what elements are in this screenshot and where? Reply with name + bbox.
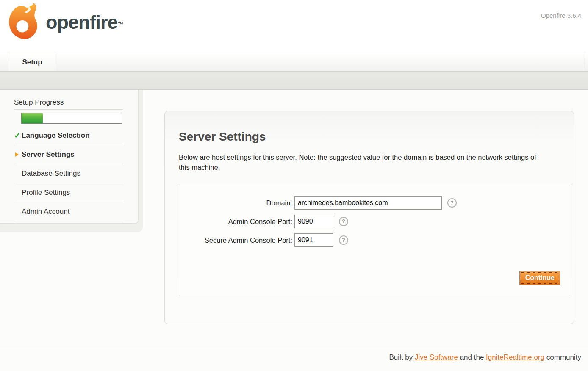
form-row-secure-admin-console-port: Secure Admin Console Port: ? xyxy=(179,233,570,247)
sidebar-title: Setup Progress xyxy=(14,98,123,107)
server-settings-form: Domain: ? Admin Console Port: ? Secure A… xyxy=(179,185,570,295)
content-area: Setup Progress ✓ Language Selection Serv… xyxy=(0,90,588,371)
flame-icon xyxy=(7,2,42,43)
step-label: Language Selection xyxy=(22,131,90,139)
domain-input[interactable] xyxy=(294,196,442,210)
page-title: Server Settings xyxy=(179,130,574,144)
footer-built-by-text: Built by xyxy=(389,353,414,361)
header: openfire™ Openfire 3.6.4 xyxy=(0,0,588,53)
tab-bar-right-separator xyxy=(585,53,585,71)
server-settings-panel: Server Settings Below are host settings … xyxy=(164,111,574,324)
check-icon: ✓ xyxy=(14,130,21,140)
brand-wordmark: openfire xyxy=(46,11,118,33)
igniterealtime-link[interactable]: IgniteRealtime.org xyxy=(486,353,544,361)
sidebar-step-profile-settings: Profile Settings xyxy=(14,183,123,202)
footer-middle-text: and the xyxy=(458,353,486,361)
step-label: Profile Settings xyxy=(22,188,70,197)
secure-port-help-icon[interactable]: ? xyxy=(339,235,348,245)
sidebar-step-admin-account: Admin Account xyxy=(14,202,123,221)
secure-admin-console-port-input[interactable] xyxy=(294,233,333,247)
step-label: Database Settings xyxy=(22,169,80,177)
admin-console-port-input[interactable] xyxy=(294,215,333,228)
page-description: Below are host settings for this server.… xyxy=(179,152,546,172)
continue-button[interactable]: Continue xyxy=(519,271,560,285)
footer-suffix-text: community xyxy=(544,353,581,361)
sub-nav-bar xyxy=(0,72,588,90)
domain-label: Domain: xyxy=(179,199,294,207)
sidebar-step-language-selection: ✓ Language Selection xyxy=(14,126,123,145)
tab-bar: Setup xyxy=(0,53,588,72)
footer: Built by Jive Software and the IgniteRea… xyxy=(0,346,588,371)
jive-software-link[interactable]: Jive Software xyxy=(415,353,458,361)
sidebar-step-database-settings: Database Settings xyxy=(14,164,123,183)
sidebar-divider xyxy=(14,109,123,110)
secure-admin-console-port-label: Secure Admin Console Port: xyxy=(179,236,294,244)
brand-trademark: ™ xyxy=(118,21,124,28)
current-step-arrow-icon xyxy=(15,152,19,157)
admin-console-port-label: Admin Console Port: xyxy=(179,218,294,226)
admin-port-help-icon[interactable]: ? xyxy=(339,217,348,226)
version-label: Openfire 3.6.4 xyxy=(541,12,581,19)
domain-help-icon[interactable]: ? xyxy=(447,198,457,208)
progress-bar-fill xyxy=(22,113,43,123)
sidebar-step-server-settings: Server Settings xyxy=(14,145,123,164)
openfire-logo: openfire™ xyxy=(7,2,124,43)
setup-progress-panel: Setup Progress ✓ Language Selection Serv… xyxy=(0,90,139,224)
progress-bar xyxy=(21,113,122,124)
tab-setup[interactable]: Setup xyxy=(9,53,55,71)
page: openfire™ Openfire 3.6.4 Setup Setup Pro… xyxy=(0,0,588,371)
form-row-domain: Domain: ? xyxy=(179,196,570,210)
form-row-admin-console-port: Admin Console Port: ? xyxy=(179,215,570,228)
setup-steps-list: ✓ Language Selection Server Settings Dat… xyxy=(14,126,123,221)
step-label: Server Settings xyxy=(22,150,75,158)
step-label: Admin Account xyxy=(22,208,69,216)
